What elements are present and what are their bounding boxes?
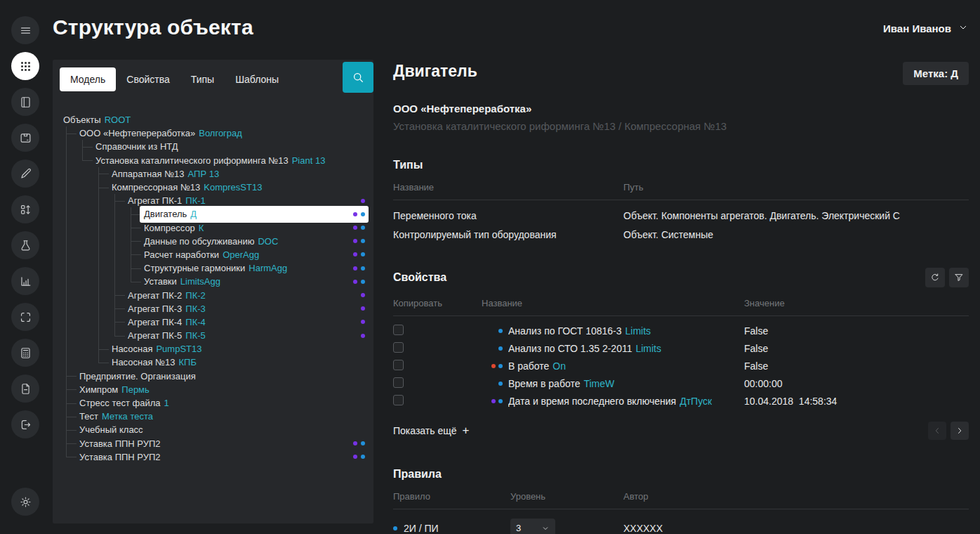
tab-templates[interactable]: Шаблоны	[225, 67, 289, 91]
property-row[interactable]: В работеOnFalse	[393, 357, 969, 375]
search-button[interactable]	[343, 62, 373, 93]
flask-icon	[19, 239, 32, 252]
tree-node-tag: ПК-2	[185, 290, 205, 301]
tree-node-label: Компрессорная №13KompresST13	[112, 182, 262, 193]
chevron-left-icon	[932, 426, 942, 436]
copy-checkbox[interactable]	[393, 395, 404, 405]
tree-node-tag: К	[199, 223, 204, 233]
purple-status-dot	[361, 199, 365, 203]
property-row[interactable]: Анализ по ГОСТ 10816-3LimitsFalse	[393, 322, 969, 339]
tree-node[interactable]: Агрегат ПК-5ПК-5	[63, 329, 373, 342]
main-area: Структура объекта Иван Иванов МодельСвой…	[51, 0, 980, 534]
tree-node[interactable]: Агрегат ПК-4ПК-4	[63, 315, 373, 329]
tree-node[interactable]: Справочник из НТД	[63, 140, 373, 153]
type-row[interactable]: Контролируемый тип оборудованияОбъект. С…	[393, 225, 969, 244]
tree-node[interactable]: ТестМетка теста	[63, 410, 373, 423]
tree-node[interactable]: Учебный класс	[63, 423, 373, 436]
sidebar-menu-button[interactable]	[11, 16, 39, 44]
tab-properties[interactable]: Свойства	[116, 67, 180, 91]
tree-node[interactable]: Уставка ППН РУП2	[63, 450, 373, 464]
tree-node[interactable]: Структурные гармоникиHarmAgg	[63, 261, 373, 275]
property-status-dots	[482, 399, 503, 403]
tree-node-label: Агрегат ПК-3ПК-3	[128, 304, 206, 314]
rules-col-level: Уровень	[510, 491, 623, 502]
purple-status-dot	[353, 252, 357, 256]
property-row[interactable]: Анализ по СТО 1.35 2-2011LimitsFalse	[393, 339, 969, 357]
rule-name: 2И / ПИ	[404, 523, 439, 534]
type-path: Объект. Компоненты агрегатов. Двигатель.…	[623, 210, 969, 221]
detail-panel: Двигатель Метка: Д ООО «Нефтепереработка…	[373, 60, 980, 534]
next-page-button[interactable]	[951, 422, 969, 440]
sidebar-settings-button[interactable]	[11, 488, 39, 516]
tree-node[interactable]: Агрегат ПК-3ПК-3	[63, 302, 373, 315]
sidebar-fullscreen-button[interactable]	[11, 303, 39, 331]
label-badge-button[interactable]: Метка: Д	[903, 62, 969, 85]
tree-node[interactable]: НасоснаяPumpST13	[63, 342, 373, 356]
tab-types[interactable]: Типы	[180, 67, 225, 91]
show-more-button[interactable]: Показать ещё+	[393, 424, 469, 438]
tree-node[interactable]: Установка каталитического риформинга №13…	[63, 154, 373, 167]
property-row[interactable]: Дата и время последнего включенияДтПуск1…	[393, 393, 969, 410]
tree-panel: МодельСвойстваТипыШаблоны ОбъектыROOTООО…	[53, 60, 373, 523]
tree-node-tag: Д	[190, 209, 197, 219]
types-section: Типы Название Путь Переменного токаОбъек…	[393, 159, 969, 244]
tree-node-tag: PumpST13	[156, 344, 201, 354]
property-value: 00:00:00	[744, 378, 969, 389]
tree-node[interactable]: Предприятие. Организация	[63, 370, 373, 383]
tree-node[interactable]: ХимпромПермь	[63, 383, 373, 396]
blue-status-dot	[498, 346, 503, 351]
sidebar-sort-levels-button[interactable]	[11, 195, 39, 223]
tree-node[interactable]: Аппаратная №13АПР 13	[63, 167, 373, 181]
sidebar-bar-chart-button[interactable]	[11, 267, 39, 295]
types-table-body: Переменного токаОбъект. Компоненты агрег…	[393, 200, 969, 244]
tree-node[interactable]: ООО «Нефтепереработка»Волгоград	[63, 126, 373, 140]
purple-status-dot	[353, 226, 357, 230]
sidebar-flask-button[interactable]	[11, 231, 39, 259]
tree-node[interactable]: Агрегат ПК-1ПК-1	[63, 194, 373, 207]
types-heading: Типы	[393, 159, 423, 171]
prev-page-button[interactable]	[928, 422, 946, 440]
sidebar-pencil-button[interactable]	[11, 159, 39, 188]
tree-node[interactable]: КомпрессорК	[63, 221, 373, 235]
tree-node[interactable]: Данные по обсулживаниюDOC	[63, 235, 373, 248]
type-row[interactable]: Переменного токаОбъект. Компоненты агрег…	[393, 206, 969, 225]
tree-node[interactable]: УставкиLimitsAgg	[63, 275, 373, 288]
sidebar-package-button[interactable]	[11, 124, 39, 152]
property-status-dots	[482, 364, 503, 368]
chevron-down-icon	[958, 22, 969, 33]
blue-status-dot	[498, 382, 503, 386]
tree-node[interactable]: ОбъектыROOT	[63, 113, 373, 126]
copy-checkbox[interactable]	[393, 342, 404, 353]
rule-row[interactable]: 2И / ПИ3XXXXXX	[393, 514, 969, 534]
property-status-dots	[482, 382, 503, 386]
tree-node[interactable]: Компрессорная №13KompresST13	[63, 181, 373, 194]
property-value: False	[744, 325, 969, 337]
copy-checkbox[interactable]	[393, 377, 404, 388]
tree-node[interactable]: Насосная №13КПБ	[63, 356, 373, 369]
copy-checkbox[interactable]	[393, 360, 404, 370]
tree-node[interactable]: Стресс тест файла1	[63, 396, 373, 410]
property-row[interactable]: Время в работеTimeW00:00:00	[393, 375, 969, 393]
tree-node[interactable]: Уставка ППН РУП2	[63, 437, 373, 450]
tab-model[interactable]: Модель	[60, 67, 116, 91]
filter-button[interactable]	[949, 268, 969, 287]
tree-node[interactable]: Агрегат ПК-2ПК-2	[63, 288, 373, 301]
tree-node-label: Справочник из НТД	[95, 141, 178, 152]
sidebar-book-button[interactable]	[11, 88, 39, 116]
user-menu[interactable]: Иван Иванов	[883, 22, 969, 35]
tree-node-label: ХимпромПермь	[79, 384, 150, 395]
sidebar-apps-grid-button[interactable]	[11, 52, 39, 80]
tree-node-selected[interactable]: ДвигательД	[63, 207, 373, 221]
tree-node-status-dots	[361, 293, 365, 297]
tree-node-tag: Волгоград	[199, 128, 242, 138]
rule-level-select[interactable]: 3	[510, 519, 555, 534]
tree-node-tag: Метка теста	[102, 411, 153, 422]
tree-node[interactable]: Расчет наработкиOperAgg	[63, 248, 373, 261]
chevron-down-icon	[541, 524, 550, 533]
content-area: МодельСвойстваТипыШаблоны ОбъектыROOTООО…	[51, 60, 980, 534]
copy-checkbox[interactable]	[393, 325, 404, 335]
sidebar-logout-button[interactable]	[11, 410, 39, 438]
sidebar-calculator-button[interactable]	[11, 339, 39, 367]
sidebar-document-button[interactable]	[11, 375, 39, 403]
refresh-button[interactable]	[925, 268, 945, 287]
